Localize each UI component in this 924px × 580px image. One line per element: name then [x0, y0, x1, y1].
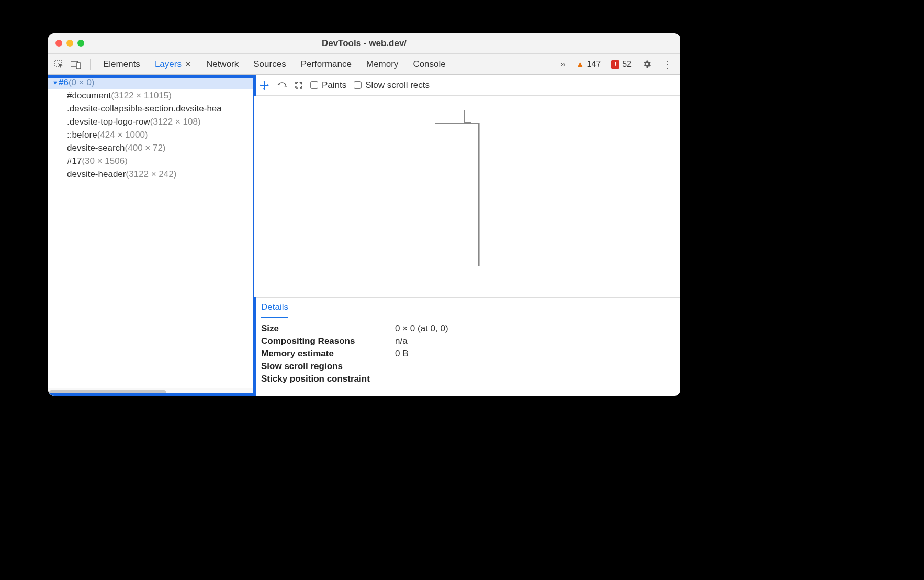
- window-title: DevTools - web.dev/: [48, 38, 680, 49]
- layers-tree[interactable]: ▼ #6(0 × 0) #document(3122 × 11015) .dev…: [48, 75, 253, 388]
- scrollbar-thumb[interactable]: [49, 390, 166, 395]
- devtools-toolbar: Elements Layers ✕ Network Sources Perfor…: [48, 54, 680, 75]
- more-tabs-icon[interactable]: »: [557, 59, 568, 70]
- tab-sources[interactable]: Sources: [246, 54, 293, 75]
- warning-icon: ▲: [576, 60, 584, 69]
- tree-item[interactable]: #17(30 × 1506): [48, 154, 253, 168]
- warning-count: 147: [587, 60, 601, 69]
- checkbox-icon: [310, 81, 318, 89]
- tree-item[interactable]: ::before(424 × 1000): [48, 128, 253, 141]
- checkbox-icon: [354, 81, 362, 89]
- slow-scroll-checkbox[interactable]: Slow scroll rects: [354, 80, 430, 91]
- tree-root-name: #6: [59, 77, 69, 88]
- inspect-icon[interactable]: [53, 60, 65, 69]
- warnings-badge[interactable]: ▲ 147: [573, 60, 604, 69]
- layer-rect: [464, 110, 471, 123]
- layer-details-panel: Details Size0 × 0 (at 0, 0) Compositing …: [254, 297, 680, 396]
- disclosure-triangle-icon[interactable]: ▼: [52, 80, 59, 86]
- tab-console[interactable]: Console: [405, 54, 453, 75]
- close-icon[interactable]: ✕: [185, 60, 191, 69]
- layers-toolbar: Paints Slow scroll rects: [254, 75, 680, 96]
- tab-layers-label: Layers: [155, 59, 182, 70]
- pan-icon[interactable]: [259, 80, 269, 91]
- titlebar: DevTools - web.dev/: [48, 33, 680, 54]
- reset-view-icon[interactable]: [295, 81, 303, 90]
- detail-label: Sticky position constraint: [261, 374, 395, 384]
- layer-rect: [435, 123, 479, 266]
- error-icon: !: [611, 60, 619, 69]
- layers-3d-view[interactable]: [254, 96, 680, 297]
- detail-value: 0 × 0 (at 0, 0): [395, 324, 448, 334]
- tree-root-row[interactable]: ▼ #6(0 × 0): [48, 76, 253, 89]
- tree-item[interactable]: devsite-search(400 × 72): [48, 141, 253, 154]
- detail-label: Compositing Reasons: [261, 336, 395, 347]
- settings-icon[interactable]: [639, 59, 655, 69]
- rotate-icon[interactable]: [277, 81, 287, 90]
- tree-item[interactable]: devsite-header(3122 × 242): [48, 168, 253, 181]
- detail-label: Memory estimate: [261, 349, 395, 359]
- tree-item[interactable]: .devsite-top-logo-row(3122 × 108): [48, 115, 253, 128]
- tree-root-dims: (0 × 0): [69, 77, 95, 88]
- layers-main: Paints Slow scroll rects Details Size0 ×…: [254, 75, 680, 396]
- devtools-window: DevTools - web.dev/ Elements Layers ✕ Ne…: [48, 33, 680, 396]
- tab-memory[interactable]: Memory: [359, 54, 405, 75]
- tab-details[interactable]: Details: [261, 302, 288, 318]
- detail-value: 0 B: [395, 349, 409, 359]
- more-options-icon[interactable]: ⋮: [659, 59, 675, 70]
- tab-network[interactable]: Network: [199, 54, 246, 75]
- paints-checkbox[interactable]: Paints: [310, 80, 346, 91]
- device-toggle-icon[interactable]: [70, 60, 82, 69]
- tab-performance[interactable]: Performance: [294, 54, 359, 75]
- tab-elements[interactable]: Elements: [96, 54, 148, 75]
- detail-value: n/a: [395, 336, 408, 347]
- horizontal-scrollbar[interactable]: [48, 388, 253, 396]
- svg-rect-2: [76, 63, 81, 69]
- detail-label: Slow scroll regions: [261, 361, 395, 372]
- layers-tree-sidebar: ▼ #6(0 × 0) #document(3122 × 11015) .dev…: [48, 75, 254, 396]
- tab-layers[interactable]: Layers ✕: [148, 54, 199, 75]
- tree-item[interactable]: .devsite-collapsible-section.devsite-hea: [48, 102, 253, 115]
- separator: [90, 59, 91, 70]
- detail-label: Size: [261, 324, 395, 334]
- tree-item[interactable]: #document(3122 × 11015): [48, 89, 253, 102]
- details-tabs: Details: [254, 298, 680, 318]
- errors-badge[interactable]: ! 52: [608, 60, 635, 69]
- panel-tabs: Elements Layers ✕ Network Sources Perfor…: [96, 54, 453, 75]
- error-count: 52: [622, 60, 632, 69]
